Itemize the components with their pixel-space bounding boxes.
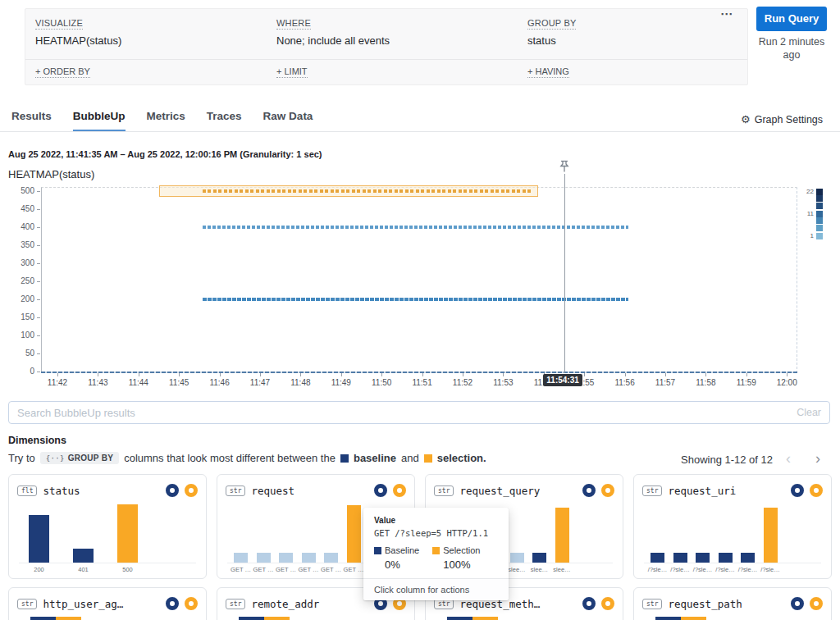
pin-icon[interactable] xyxy=(559,160,570,176)
count-legend-swatch xyxy=(816,217,823,224)
group-by-badge[interactable]: {··} GROUP BY xyxy=(40,452,119,464)
bar-label: /?sle… xyxy=(669,566,692,573)
y-axis-label: 500 xyxy=(0,186,34,195)
baseline-toggle-icon[interactable] xyxy=(791,597,804,610)
bar-column[interactable] xyxy=(472,617,498,620)
heatmap-selection-box[interactable] xyxy=(159,185,539,197)
bar-column[interactable] xyxy=(673,553,687,563)
card-header: strrequest_uri xyxy=(642,481,823,499)
add-order-by-link[interactable]: + ORDER BY xyxy=(35,66,276,76)
bar-label: slee… xyxy=(528,566,551,573)
x-axis-label: 11:57 xyxy=(647,378,683,387)
bar-column[interactable] xyxy=(764,508,778,563)
tab-results[interactable]: Results xyxy=(11,110,52,132)
where-clause[interactable]: WHERE None; include all events xyxy=(276,18,527,59)
tooltip-selection-swatch-icon xyxy=(432,547,440,554)
selection-toggle-icon[interactable] xyxy=(393,484,406,497)
clear-search-button[interactable]: Clear xyxy=(797,407,821,418)
dimension-card-http_user_ag[interactable]: strhttp_user_ag… xyxy=(8,587,207,620)
hint-prefix: Try to xyxy=(8,452,35,464)
add-limit-link[interactable]: + LIMIT xyxy=(276,66,527,76)
selection-word: selection. xyxy=(437,452,486,464)
x-axis-tick xyxy=(300,373,301,376)
prev-page-chevron-icon[interactable]: ‹ xyxy=(779,450,797,468)
baseline-toggle-icon[interactable] xyxy=(166,597,179,610)
type-badge: str xyxy=(642,599,662,609)
selection-toggle-icon[interactable] xyxy=(810,484,823,497)
count-legend-row xyxy=(801,203,823,209)
tooltip-selection-label: Selection xyxy=(443,545,480,555)
count-legend-row xyxy=(801,217,823,224)
bar-column[interactable] xyxy=(56,617,81,620)
group-by-clause[interactable]: GROUP BY status xyxy=(527,18,737,59)
bar-column[interactable] xyxy=(257,553,271,563)
bar-column[interactable] xyxy=(696,553,710,563)
bar-column[interactable] xyxy=(447,617,472,620)
selection-toggle-icon[interactable] xyxy=(601,484,614,497)
dimension-card-request_uri[interactable]: strrequest_uri/?sle…/?sle…/?sle…/?sle…/?… xyxy=(633,474,832,579)
query-clause-row-2: + ORDER BY + LIMIT + HAVING xyxy=(25,59,747,76)
baseline-toggle-icon[interactable] xyxy=(374,484,387,497)
more-menu-icon[interactable]: ⋯ xyxy=(720,7,734,21)
bar-column[interactable] xyxy=(234,553,248,563)
y-axis-label: 100 xyxy=(0,331,34,340)
bar-column[interactable] xyxy=(719,553,733,563)
selection-toggle-icon[interactable] xyxy=(810,597,823,610)
x-axis-label: 11:48 xyxy=(282,378,318,387)
card-header: fltstatus xyxy=(17,481,198,499)
bar-column[interactable] xyxy=(324,553,338,563)
crosshair-line[interactable] xyxy=(564,174,565,373)
graph-settings-button[interactable]: ⚙ Graph Settings xyxy=(741,113,823,125)
bar-column[interactable] xyxy=(30,617,56,620)
bar-column[interactable] xyxy=(510,553,524,563)
count-legend-label: 22 xyxy=(801,188,814,195)
visualize-clause[interactable]: VISUALIZE HEATMAP(status) xyxy=(35,18,276,59)
x-axis-label: 11:53 xyxy=(485,378,521,387)
selection-swatch-icon xyxy=(424,454,432,463)
bar-column[interactable] xyxy=(302,553,316,563)
selection-toggle-icon[interactable] xyxy=(185,597,198,610)
bar-column[interactable] xyxy=(239,617,264,620)
bar-column[interactable] xyxy=(73,549,94,563)
baseline-toggle-icon[interactable] xyxy=(582,597,596,610)
heatmap-plot[interactable] xyxy=(41,187,797,373)
y-axis-tick xyxy=(37,335,40,336)
bar-column[interactable] xyxy=(555,508,569,563)
tooltip-baseline-swatch-icon xyxy=(374,547,381,554)
baseline-toggle-icon[interactable] xyxy=(791,484,804,497)
dimension-card-status[interactable]: fltstatus200401500 xyxy=(8,474,207,579)
bar-column[interactable] xyxy=(655,617,681,620)
x-axis-tick xyxy=(705,373,706,376)
x-axis-tick xyxy=(179,373,180,376)
bar-label: GET … xyxy=(252,566,275,573)
next-page-chevron-icon[interactable]: › xyxy=(809,450,827,468)
run-query-button[interactable]: Run Query xyxy=(756,7,827,31)
tab-raw-data[interactable]: Raw Data xyxy=(263,110,313,132)
tab-traces[interactable]: Traces xyxy=(207,110,242,132)
bar-column[interactable] xyxy=(741,553,755,563)
search-input[interactable] xyxy=(17,407,797,419)
selection-toggle-icon[interactable] xyxy=(185,484,198,497)
baseline-toggle-icon[interactable] xyxy=(166,484,179,497)
y-axis-tick xyxy=(37,353,40,354)
bar-column[interactable] xyxy=(347,505,361,563)
tab-metrics[interactable]: Metrics xyxy=(147,110,185,132)
add-having-link[interactable]: + HAVING xyxy=(527,66,737,76)
bar-column[interactable] xyxy=(681,617,706,620)
card-title: request xyxy=(251,485,368,497)
tab-bubbleup[interactable]: BubbleUp xyxy=(73,110,126,132)
baseline-toggle-icon[interactable] xyxy=(582,484,596,497)
bar-column[interactable] xyxy=(117,504,138,563)
type-badge: str xyxy=(226,599,245,609)
selection-toggle-icon[interactable] xyxy=(601,597,614,610)
dimension-card-request_path[interactable]: strrequest_path xyxy=(633,587,832,620)
bar-column[interactable] xyxy=(651,553,664,563)
search-bar: Clear xyxy=(8,401,830,424)
bar-column[interactable] xyxy=(279,553,293,563)
tooltip-footer: Click column for actions xyxy=(363,578,509,600)
bar-column[interactable] xyxy=(532,553,546,563)
bar-label: GET … xyxy=(342,566,365,573)
bar-column[interactable] xyxy=(29,515,49,563)
bar-column[interactable] xyxy=(264,617,290,620)
count-legend-swatch xyxy=(816,195,823,202)
